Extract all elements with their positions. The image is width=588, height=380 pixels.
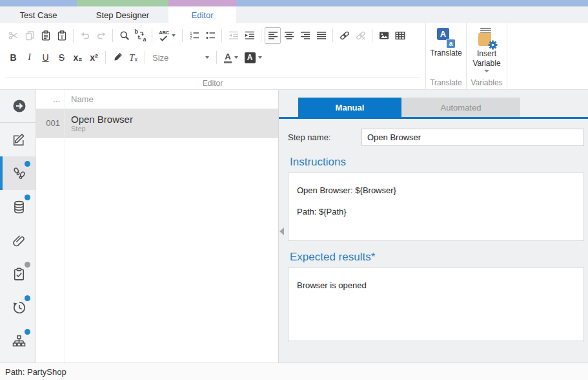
step-name-input[interactable] xyxy=(361,129,584,146)
ribbon-group-label-variables: Variables xyxy=(467,77,507,89)
spellcheck-button[interactable]: ABC xyxy=(156,27,179,44)
sidebar-item-edit[interactable] xyxy=(0,123,35,156)
svg-text:1: 1 xyxy=(190,31,192,36)
step-row[interactable]: 001 Open Browser Step xyxy=(36,109,278,138)
link-icon xyxy=(340,30,350,41)
expected-results-editor[interactable]: Browser is opened xyxy=(288,268,584,341)
numbered-list-button[interactable]: 12 xyxy=(186,27,202,44)
notification-badge xyxy=(25,195,30,200)
align-left-button[interactable] xyxy=(265,27,281,44)
numbered-list-icon: 12 xyxy=(189,30,199,41)
step-name: Open Browser xyxy=(71,114,133,125)
toolbar-separator xyxy=(112,29,113,42)
undo-button xyxy=(77,27,93,44)
increase-indent-button[interactable] xyxy=(241,27,258,44)
align-right-icon xyxy=(300,30,310,41)
toolbar-separator xyxy=(216,51,217,64)
chevron-down-icon xyxy=(205,56,209,59)
undo-icon xyxy=(80,30,90,41)
gear-icon xyxy=(488,40,498,50)
remove-format-button[interactable]: Tx xyxy=(125,49,141,66)
sidebar-item-history[interactable] xyxy=(0,291,35,324)
tab-manual[interactable]: Manual xyxy=(298,98,401,117)
active-tab-accent-bar xyxy=(279,117,588,119)
svg-text:2: 2 xyxy=(190,36,192,40)
paste-button[interactable] xyxy=(37,27,54,44)
paste-icon xyxy=(41,30,51,41)
justify-button[interactable] xyxy=(313,27,329,44)
column-header-index: ... xyxy=(36,94,65,104)
insert-variable-icon xyxy=(476,28,498,49)
left-sidebar xyxy=(0,90,36,363)
copy-icon xyxy=(25,30,35,41)
chevron-down-icon xyxy=(172,34,176,37)
step-type: Step xyxy=(71,125,133,133)
replace-button[interactable]: b a xyxy=(132,27,148,44)
paste-text-icon: T xyxy=(57,30,67,41)
italic-button[interactable]: I xyxy=(21,49,37,66)
column-divider xyxy=(65,90,65,363)
tab-step-designer[interactable]: Step Designer xyxy=(77,0,168,23)
toolbar-separator xyxy=(105,51,106,64)
notification-badge xyxy=(25,295,30,301)
instructions-line: Open Browser: ${Browser} xyxy=(297,186,575,195)
instructions-line: Path: ${Path} xyxy=(297,207,575,216)
sidebar-item-steps[interactable] xyxy=(0,156,35,190)
align-right-button[interactable] xyxy=(297,27,313,44)
insert-image-button[interactable] xyxy=(376,27,392,44)
spellcheck-icon: ABC xyxy=(159,30,168,41)
link-button[interactable] xyxy=(336,27,352,44)
image-icon xyxy=(379,30,389,41)
tab-test-case[interactable]: Test Case xyxy=(0,0,77,23)
sidebar-item-attachments[interactable] xyxy=(0,224,35,257)
instructions-editor[interactable]: Open Browser: ${Browser} Path: ${Path} xyxy=(288,173,584,241)
align-center-button[interactable] xyxy=(281,27,297,44)
sidebar-item-data[interactable] xyxy=(0,190,35,224)
database-icon xyxy=(12,200,26,215)
bulleted-list-icon xyxy=(205,30,216,41)
background-color-button[interactable]: A xyxy=(242,49,264,66)
sidebar-item-hierarchy[interactable] xyxy=(0,324,35,358)
format-painter-button[interactable] xyxy=(109,49,125,66)
strikethrough-button[interactable]: S xyxy=(54,49,70,66)
text-color-button[interactable]: A xyxy=(220,49,242,66)
detail-tabs: Manual Automated xyxy=(298,98,584,117)
toolbar-separator xyxy=(332,29,333,42)
status-bar: Path: PartyShop xyxy=(0,363,588,380)
bulleted-list-button[interactable] xyxy=(202,27,218,44)
toolbar-separator xyxy=(261,29,261,42)
step-index: 001 xyxy=(36,118,65,128)
splitter-collapse-handle[interactable] xyxy=(279,227,284,235)
tab-editor[interactable]: Editor xyxy=(168,0,236,23)
notification-badge xyxy=(25,329,30,335)
footsteps-icon xyxy=(12,165,27,181)
main-area: ... Name 001 Open Browser Step Manual Au… xyxy=(0,90,588,363)
tabbar-filler xyxy=(236,0,588,23)
search-button[interactable] xyxy=(116,27,132,44)
font-size-dropdown[interactable]: Size xyxy=(148,49,213,66)
chevron-down-icon xyxy=(258,56,262,59)
chevron-down-icon xyxy=(484,70,489,72)
superscript-button[interactable]: x² xyxy=(86,49,102,66)
insert-table-button[interactable] xyxy=(392,27,408,44)
hierarchy-icon xyxy=(12,334,26,349)
step-detail-panel: Manual Automated Step name: Instructions… xyxy=(278,90,588,363)
subscript-button[interactable]: x₂ xyxy=(70,49,86,66)
insert-variable-button[interactable]: Insert Variable xyxy=(472,28,500,72)
underline-button[interactable]: U xyxy=(37,49,54,66)
decrease-indent-button xyxy=(225,27,241,44)
toolbar-separator xyxy=(182,29,183,42)
sidebar-collapse-button[interactable] xyxy=(0,90,35,122)
sidebar-item-review[interactable] xyxy=(0,257,35,291)
bold-button[interactable]: B xyxy=(5,49,21,66)
table-icon xyxy=(395,30,405,41)
clipboard-check-icon xyxy=(12,267,26,282)
toolbar-separator xyxy=(372,29,372,42)
paste-as-text-button[interactable]: T xyxy=(54,27,70,44)
tab-label: Step Designer xyxy=(77,6,168,23)
replace-icon: b a xyxy=(135,30,147,41)
translate-button[interactable]: A a Translate xyxy=(430,28,462,58)
decrease-indent-icon xyxy=(228,30,239,41)
tab-automated[interactable]: Automated xyxy=(401,98,520,117)
justify-icon xyxy=(316,30,327,41)
